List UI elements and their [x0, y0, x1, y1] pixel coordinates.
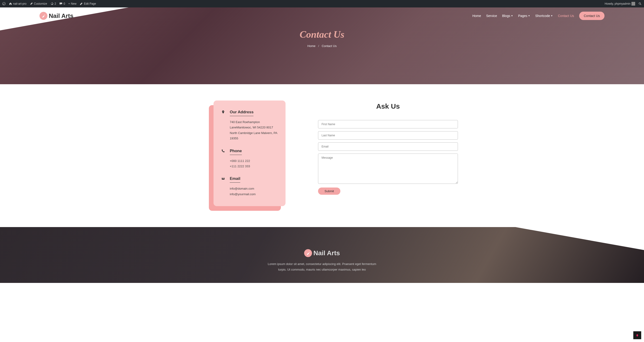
- nail-icon: [41, 14, 46, 18]
- wp-howdy[interactable]: Howdy, phpmyadmin: [605, 2, 635, 6]
- contact-card: Our Address 740 East Roehampton LaneMani…: [214, 100, 286, 206]
- wp-customize[interactable]: Customize: [30, 2, 47, 5]
- avatar: [632, 2, 635, 6]
- wp-updates[interactable]: 2: [50, 2, 56, 5]
- page-title: Contact Us: [300, 29, 344, 40]
- hero-section: Nail Arts Home Service Blogs▼ Pages▼ Sho…: [0, 8, 644, 84]
- pencil-icon: [80, 2, 83, 5]
- wp-comments[interactable]: 0: [59, 2, 65, 5]
- email-address: info@domain.com: [230, 186, 256, 191]
- comment-icon: [59, 2, 62, 5]
- brush-icon: [30, 2, 33, 5]
- phone-icon: [222, 149, 226, 169]
- location-icon: [222, 110, 226, 141]
- message-textarea[interactable]: [318, 153, 458, 184]
- wp-search[interactable]: [638, 2, 642, 5]
- nav-pages[interactable]: Pages▼: [518, 14, 530, 18]
- email-title: Email: [230, 176, 240, 183]
- plus-icon: +: [68, 2, 70, 5]
- form-title: Ask Us: [318, 102, 458, 110]
- home-icon: [9, 2, 12, 5]
- phone-title: Phone: [230, 149, 242, 155]
- breadcrumb-separator: /: [318, 44, 319, 48]
- caret-down-icon: ▼: [528, 15, 530, 17]
- nav-service[interactable]: Service: [486, 14, 497, 18]
- caret-down-icon: ▼: [511, 15, 513, 17]
- nav-contact-us[interactable]: Contact Us: [558, 14, 574, 18]
- wp-logo[interactable]: [2, 2, 6, 5]
- breadcrumb: Home / Contact Us: [300, 44, 344, 48]
- phone-number: +111 2222 333: [230, 163, 250, 169]
- wp-edit-page[interactable]: Edit Page: [80, 2, 96, 5]
- contact-address: Our Address 740 East Roehampton LaneMani…: [222, 110, 278, 141]
- search-icon: [638, 2, 642, 5]
- breadcrumb-home[interactable]: Home: [307, 44, 316, 48]
- address-line: LaneManitowoc, WI 54220 8017: [230, 125, 278, 130]
- nail-icon: [306, 251, 310, 255]
- footer-logo-text: Nail Arts: [314, 249, 340, 257]
- wp-admin-bar: nail-art-pro Customize 2 0 +New Edit Pag…: [0, 0, 644, 8]
- mail-icon: [222, 176, 226, 197]
- contact-email: Email info@domain.com info@yourmail.com: [222, 176, 278, 197]
- footer-logo[interactable]: Nail Arts: [0, 249, 644, 257]
- wp-new[interactable]: +New: [68, 2, 76, 5]
- site-header: Nail Arts Home Service Blogs▼ Pages▼ Sho…: [0, 8, 644, 20]
- address-line: 740 East Roehampton: [230, 119, 278, 125]
- main-content: Our Address 740 East Roehampton LaneMani…: [0, 84, 644, 227]
- svg-point-1: [639, 3, 640, 4]
- last-name-input[interactable]: [318, 131, 458, 140]
- footer-triangle-overlay: [514, 227, 644, 250]
- logo-mark: [304, 249, 312, 257]
- email-address: info@yourmail.com: [230, 192, 256, 197]
- contact-us-button[interactable]: Contact Us: [579, 12, 604, 20]
- logo-text: Nail Arts: [49, 12, 74, 20]
- footer-description: Lorem ipsum dolor sit amet, consectetur …: [264, 261, 380, 277]
- wordpress-icon: [2, 2, 6, 5]
- address-title: Our Address: [230, 110, 254, 116]
- caret-down-icon: ▼: [551, 15, 553, 17]
- nav-blogs[interactable]: Blogs▼: [502, 14, 513, 18]
- address-line: North Cambridge Lane Malvern, PA 19355: [230, 130, 278, 141]
- nav-shortcode[interactable]: Shortcode▼: [535, 14, 553, 18]
- contact-form: Ask Us Submit: [318, 100, 458, 206]
- phone-number: +000 1111 222: [230, 158, 250, 163]
- refresh-icon: [50, 2, 54, 5]
- contact-phone: Phone +000 1111 222 +111 2222 333: [222, 149, 278, 169]
- email-input[interactable]: [318, 142, 458, 151]
- main-nav: Home Service Blogs▼ Pages▼ Shortcode▼ Co…: [472, 12, 604, 20]
- site-logo[interactable]: Nail Arts: [40, 12, 74, 20]
- nav-home[interactable]: Home: [472, 14, 481, 18]
- breadcrumb-current: Contact Us: [322, 44, 337, 48]
- first-name-input[interactable]: [318, 120, 458, 128]
- wp-site-name[interactable]: nail-art-pro: [9, 2, 26, 5]
- site-footer: Nail Arts Lorem ipsum dolor sit amet, co…: [0, 227, 644, 283]
- logo-mark: [40, 12, 48, 20]
- submit-button[interactable]: Submit: [318, 188, 340, 195]
